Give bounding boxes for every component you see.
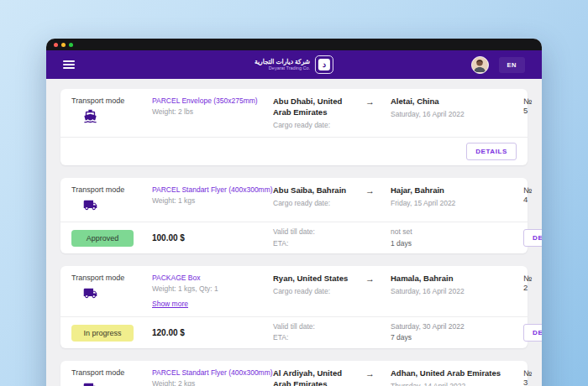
eta-label: ETA: xyxy=(273,332,359,344)
valid-till-label: Valid till date: xyxy=(273,321,359,333)
order-card: Transport mode PACKAGE Box Weight: 1 kgs… xyxy=(60,266,528,348)
language-selector[interactable]: EN xyxy=(499,57,525,73)
parcel-type-link[interactable]: PARCEL Standart Flyer (400x300mm) xyxy=(152,185,266,194)
parcel-weight: Weight: 2 kgs xyxy=(152,379,266,386)
order-price: 100.00 $ xyxy=(152,233,266,243)
brand-name-arabic: شركة ديارات التجارية xyxy=(255,58,310,65)
ship-icon xyxy=(83,109,145,123)
origin-city: Al Ardiyah, United Arab Emirates xyxy=(273,368,359,386)
cargo-ready-label: Cargo ready date: xyxy=(273,199,359,208)
origin-cell: Al Ardiyah, United Arab Emirates Cargo r… xyxy=(273,368,359,386)
truck-icon xyxy=(83,286,145,300)
cargo-ready-value: Saturday, 16 April 2022 xyxy=(391,110,517,119)
parcel-cell: PARCEL Envelope (350x275mm) Weight: 2 lb… xyxy=(152,96,266,117)
app-window: شركة ديارات التجارية Deyarat Trading Co.… xyxy=(46,39,542,386)
order-number: № 4 xyxy=(523,185,532,204)
destination-cell: Aletai, China Saturday, 16 April 2022 xyxy=(391,96,517,119)
origin-city: Abu Dhabi, United Arab Emirates xyxy=(273,96,359,118)
destination-city: Aletai, China xyxy=(391,96,517,107)
destination-cell: Hajar, Bahrain Friday, 15 April 2022 xyxy=(391,185,517,208)
brand-logo-icon: د xyxy=(315,55,333,74)
cargo-ready-value: Saturday, 16 April 2022 xyxy=(391,287,517,296)
route-arrow-icon: → xyxy=(365,96,384,107)
transport-mode-label: Transport mode xyxy=(71,185,145,194)
valid-till-value: not set xyxy=(391,227,517,238)
cargo-ready-value: Friday, 15 April 2022 xyxy=(391,199,517,208)
route-arrow-icon: → xyxy=(365,185,384,196)
order-number: № 2 xyxy=(523,274,532,292)
transport-mode-cell: Transport mode xyxy=(71,368,145,386)
cargo-ready-label: Cargo ready date: xyxy=(273,121,359,130)
app-header: شركة ديارات التجارية Deyarat Trading Co.… xyxy=(46,50,542,79)
valid-till-value: Saturday, 30 April 2022 xyxy=(391,321,517,333)
order-number: № 5 xyxy=(523,96,532,115)
transport-mode-cell: Transport mode xyxy=(71,185,145,212)
parcel-cell: PARCEL Standart Flyer (400x300mm) Weight… xyxy=(152,185,266,206)
destination-city: Adhan, United Arab Emirates xyxy=(391,368,517,379)
status-badge: In progress xyxy=(71,325,134,342)
user-avatar[interactable] xyxy=(471,56,489,74)
maximize-window-button[interactable] xyxy=(69,43,73,47)
details-button[interactable]: DETAILS xyxy=(523,229,542,247)
eta-value: 7 days xyxy=(391,332,517,344)
details-button[interactable]: DETAILS xyxy=(523,324,542,342)
parcel-type-link[interactable]: PARCEL Envelope (350x275mm) xyxy=(152,96,266,105)
destination-cell: Hamala, Bahrain Saturday, 16 April 2022 xyxy=(391,274,517,296)
order-number: № 3 xyxy=(523,368,532,386)
transport-mode-label: Transport mode xyxy=(71,96,145,105)
show-more-link[interactable]: Show more xyxy=(152,300,188,308)
eta-value: 1 days xyxy=(391,238,517,250)
origin-city: Abu Saiba, Bahrain xyxy=(273,185,359,196)
parcel-cell: PARCEL Standart Flyer (400x300mm) Weight… xyxy=(152,368,266,386)
transport-mode-label: Transport mode xyxy=(71,368,145,377)
parcel-type-link[interactable]: PACKAGE Box xyxy=(152,274,266,282)
origin-cell: Abu Dhabi, United Arab Emirates Cargo re… xyxy=(273,96,359,130)
route-arrow-icon: → xyxy=(365,368,384,378)
parcel-cell: PACKAGE Box Weight: 1 kgs, Qty: 1 Show m… xyxy=(152,274,266,309)
hamburger-menu-icon[interactable] xyxy=(63,60,75,69)
transport-mode-cell: Transport mode xyxy=(71,274,145,300)
valid-till-label: Valid till date: xyxy=(273,227,359,238)
brand-text: شركة ديارات التجارية Deyarat Trading Co. xyxy=(255,58,310,71)
origin-city: Ryan, United States xyxy=(273,274,359,284)
orders-list: Transport mode PARCEL Envelope (350x275m… xyxy=(46,79,542,386)
parcel-type-link[interactable]: PARCEL Standart Flyer (400x300mm) xyxy=(152,368,266,377)
origin-cell: Abu Saiba, Bahrain Cargo ready date: xyxy=(273,185,359,208)
close-window-button[interactable] xyxy=(54,43,58,47)
details-button[interactable]: DETAILS xyxy=(466,143,517,160)
parcel-weight: Weight: 1 kgs xyxy=(152,196,266,206)
origin-cell: Ryan, United States Cargo ready date: xyxy=(273,274,359,296)
truck-icon xyxy=(83,381,145,386)
brand-name-english: Deyarat Trading Co. xyxy=(255,65,310,71)
destination-city: Hajar, Bahrain xyxy=(391,185,517,196)
order-card: Transport mode PARCEL Envelope (350x275m… xyxy=(60,89,528,165)
order-card: Transport mode PARCEL Standart Flyer (40… xyxy=(60,178,528,253)
cargo-ready-label: Cargo ready date: xyxy=(273,287,359,296)
truck-icon xyxy=(83,198,145,212)
order-price: 120.00 $ xyxy=(152,328,266,337)
minimize-window-button[interactable] xyxy=(61,43,66,47)
brand-logo: شركة ديارات التجارية Deyarat Trading Co.… xyxy=(255,55,333,74)
order-card: Transport mode PARCEL Standart Flyer (40… xyxy=(60,361,528,386)
avatar-image xyxy=(472,57,487,72)
parcel-weight: Weight: 2 lbs xyxy=(152,107,266,117)
transport-mode-label: Transport mode xyxy=(71,274,145,282)
browser-titlebar xyxy=(46,39,542,50)
route-arrow-icon: → xyxy=(365,274,384,284)
cargo-ready-value: Thursday, 14 April 2022 xyxy=(391,382,517,386)
parcel-weight: Weight: 1 kgs, Qty: 1 xyxy=(152,284,266,294)
destination-cell: Adhan, United Arab Emirates Thursday, 14… xyxy=(391,368,517,386)
transport-mode-cell: Transport mode xyxy=(71,96,145,123)
eta-label: ETA: xyxy=(273,238,359,250)
destination-city: Hamala, Bahrain xyxy=(391,274,517,284)
status-badge: Approved xyxy=(71,230,134,247)
